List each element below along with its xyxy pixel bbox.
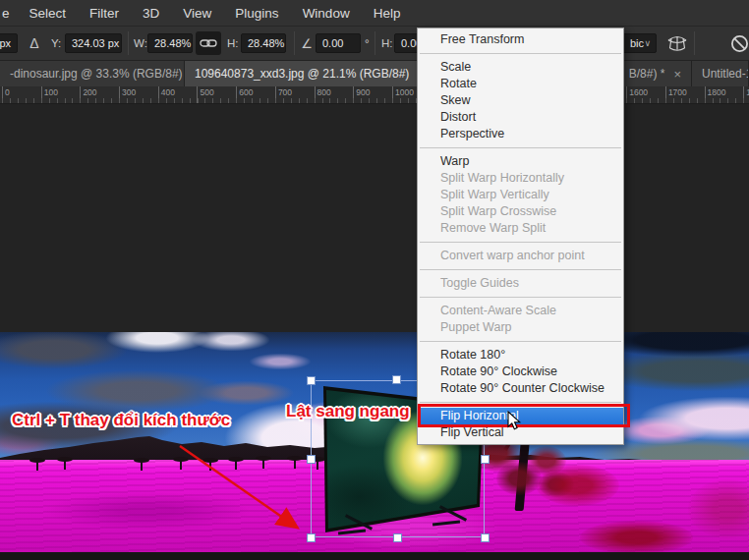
width-label: W: <box>134 33 147 53</box>
transform-handle-bottom-right[interactable] <box>481 533 490 542</box>
menu-separator <box>420 242 621 243</box>
transform-handle-bottom-mid[interactable] <box>393 533 402 542</box>
menu-item-free-transform[interactable]: Free Transform <box>418 31 623 48</box>
degree-unit: ° <box>365 33 370 53</box>
status-bar <box>0 552 749 560</box>
warp-icon-glyph <box>666 34 688 52</box>
link-icon-glyph <box>200 37 217 49</box>
document-tab-1[interactable]: -dinosaur.jpg @ 33.3% (RGB/8#)× <box>0 61 185 86</box>
horizon-tree-trunk <box>64 461 66 470</box>
ruler-label: 1800 <box>708 87 726 97</box>
menubar-item-view[interactable]: View <box>171 6 223 21</box>
menu-item-perspective[interactable]: Perspective <box>418 126 623 142</box>
mouse-cursor-icon <box>507 411 522 431</box>
transform-handle-mid-left[interactable] <box>307 455 316 464</box>
width-field[interactable]: 28.48% <box>147 33 193 53</box>
menu-item-rotate-90-clockwise[interactable]: Rotate 90° Clockwise <box>418 364 623 380</box>
horizon-tree-trunk <box>294 460 296 469</box>
menu-item-split-warp-horizontally: Split Warp Horizontally <box>418 170 623 187</box>
menu-item-distort[interactable]: Distort <box>418 109 623 126</box>
ruler-label: 700 <box>278 87 292 97</box>
menu-separator <box>420 402 621 403</box>
menu-item-scale[interactable]: Scale <box>418 59 623 76</box>
tab-label: 109640873_xxd3.jpg @ 21.1% (RGB/8#) <box>195 67 409 81</box>
height-label: H: <box>227 33 239 53</box>
menubar-item-plugins[interactable]: Plugins <box>223 6 290 21</box>
menu-item-puppet-warp: Puppet Warp <box>418 319 623 336</box>
menubar-item-window[interactable]: Window <box>291 6 362 21</box>
menubar-item-partial[interactable]: e <box>0 6 18 21</box>
menu-separator <box>420 269 621 270</box>
tab-label: -dinosaur.jpg @ 33.3% (RGB/8#) <box>10 67 183 81</box>
menu-separator <box>420 53 621 54</box>
menu-item-split-warp-crosswise: Split Warp Crosswise <box>418 203 623 220</box>
menu-item-rotate-90-counter-clockwise[interactable]: Rotate 90° Counter Clockwise <box>418 380 623 397</box>
x-position-field[interactable]: 0 px <box>0 33 18 53</box>
menu-item-rotate-180-[interactable]: Rotate 180° <box>418 347 623 364</box>
ruler-label: 100 <box>44 87 58 97</box>
options-bar: 0 px Δ Y: 324.03 px W: 28.48% H: 28.48% … <box>0 27 749 61</box>
menu-item-rotate[interactable]: Rotate <box>418 76 623 92</box>
link-icon[interactable] <box>196 31 221 55</box>
menubar-item-3d[interactable]: 3D <box>131 6 171 21</box>
menu-item-toggle-guides: Toggle Guides <box>418 275 623 292</box>
horizon-tree-trunk <box>262 460 264 469</box>
annotation-ctrl-t: Ctrl + T thay đổi kích thước <box>12 411 230 430</box>
menu-separator <box>420 341 621 342</box>
document-tab-bar: -dinosaur.jpg @ 33.3% (RGB/8#)×109640873… <box>0 61 749 86</box>
ruler-label: 400 <box>161 87 175 97</box>
ruler-label: 900 <box>356 87 370 97</box>
menu-item-warp[interactable]: Warp <box>418 153 623 170</box>
transform-handle-bottom-left[interactable] <box>307 533 316 542</box>
transform-handle-top-mid[interactable] <box>392 375 401 384</box>
h-skew-label: H: <box>381 33 393 53</box>
warp-mode-icon[interactable] <box>665 32 689 54</box>
ruler-minor-ticks <box>0 98 749 103</box>
red-callout-box <box>418 404 630 427</box>
cancel-transform-icon[interactable] <box>728 32 749 54</box>
cancel-icon-glyph <box>730 34 749 53</box>
menubar-item-help[interactable]: Help <box>362 6 413 21</box>
ruler-label: 600 <box>239 87 253 97</box>
ruler-label: 1600 <box>629 87 648 97</box>
document-tab-4[interactable]: Untitled-1 <box>692 61 749 86</box>
transform-handle-top-left[interactable] <box>307 376 316 385</box>
ruler-label: 1700 <box>668 87 687 97</box>
horizon-tree-trunk <box>235 461 237 470</box>
chevron-down-icon: ∨ <box>644 34 651 52</box>
menubar-item-select[interactable]: Select <box>18 6 79 21</box>
document-tab-2[interactable]: 109640873_xxd3.jpg @ 21.1% (RGB/8#)× <box>185 61 421 86</box>
horizon-tree-trunk <box>141 462 143 471</box>
transform-handle-mid-right[interactable] <box>481 455 490 464</box>
editor-background <box>0 104 749 332</box>
angle-icon: ∠ <box>299 33 315 53</box>
y-position-field[interactable]: 324.03 px <box>65 33 122 53</box>
delta-icon[interactable]: Δ <box>26 32 43 54</box>
ruler-label: 200 <box>83 87 96 97</box>
options-separator <box>374 31 375 55</box>
height-field[interactable]: 28.48% <box>241 33 286 53</box>
horizon-tree-trunk <box>36 462 38 471</box>
rotation-field[interactable]: 0.00 <box>316 33 361 53</box>
menu-separator <box>420 147 621 148</box>
options-separator <box>294 31 295 55</box>
menu-separator <box>420 297 621 298</box>
ruler-label: 800 <box>317 87 331 97</box>
annotation-flip: Lật sang ngang <box>286 402 410 421</box>
photoshop-window: e SelectFilter3DViewPluginsWindowHelp 0 … <box>0 0 749 560</box>
ruler-label: 300 <box>122 87 136 97</box>
ruler-label: 1000 <box>395 87 414 97</box>
menu-item-convert-warp-anchor-point: Convert warp anchor point <box>418 248 623 264</box>
horizon-tree-trunk <box>180 461 182 470</box>
menu-bar: e SelectFilter3DViewPluginsWindowHelp <box>0 0 749 27</box>
red-grass-patch <box>580 521 693 552</box>
options-separator <box>128 31 129 55</box>
menubar-item-filter[interactable]: Filter <box>78 6 131 21</box>
y-label: Y: <box>51 33 61 53</box>
menu-item-split-warp-vertically: Split Warp Vertically <box>418 187 623 203</box>
menu-item-content-aware-scale: Content-Aware Scale <box>418 303 623 319</box>
canvas[interactable]: Ctrl + T thay đổi kích thước Lật sang ng… <box>0 332 749 552</box>
tab-close-icon[interactable]: × <box>673 68 681 81</box>
menu-item-skew[interactable]: Skew <box>418 92 623 109</box>
horizontal-ruler: 0100200300400500600700800900100011001200… <box>0 86 749 104</box>
